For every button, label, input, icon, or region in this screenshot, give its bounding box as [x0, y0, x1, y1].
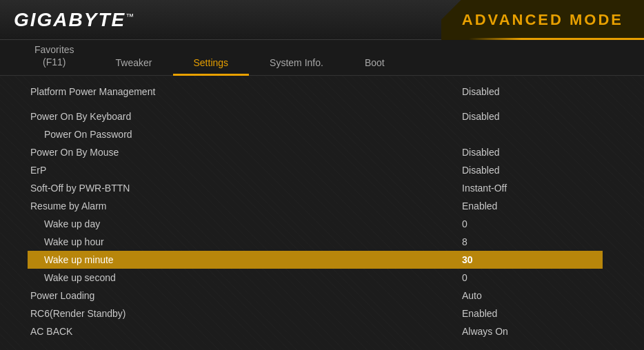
advanced-mode-text: ADVANCED MODE: [462, 11, 623, 29]
setting-label: AC BACK: [30, 326, 462, 337]
setting-value: 30: [462, 254, 600, 265]
setting-label: Soft-Off by PWR-BTTN: [30, 183, 462, 194]
setting-label: Wake up hour: [30, 236, 462, 247]
setting-label: Power On By Keyboard: [30, 111, 462, 122]
settings-row: Wake up hour8: [28, 233, 603, 251]
setting-value: 0: [462, 272, 600, 283]
setting-label: Wake up day: [30, 218, 462, 229]
setting-label: Power On Password: [30, 129, 462, 140]
logo: GIGABYTE™: [14, 9, 135, 31]
setting-label: RC6(Render Standby): [30, 308, 462, 319]
setting-label: Resume by Alarm: [30, 200, 462, 212]
settings-row: Resume by AlarmEnabled: [28, 197, 603, 215]
settings-row: Wake up day0: [28, 215, 603, 233]
tab-boot[interactable]: Boot: [344, 52, 405, 75]
settings-row: RC6(Render Standby)Enabled: [28, 305, 603, 322]
settings-row: Soft-Off by PWR-BTTNInstant-Off: [28, 179, 603, 197]
logo-text: GIGABYTE: [14, 9, 125, 30]
setting-value: Disabled: [462, 111, 600, 122]
settings-row: Power On By KeyboardDisabled: [28, 107, 603, 125]
setting-value: Enabled: [462, 308, 600, 319]
settings-row[interactable]: Wake up minute30: [28, 251, 603, 269]
setting-value: Auto: [462, 290, 600, 301]
tab-tweaker[interactable]: Tweaker: [95, 52, 173, 75]
setting-label: ErP: [30, 165, 462, 176]
setting-label: Power Loading: [30, 290, 462, 301]
settings-row: AC BACKAlways On: [28, 322, 603, 340]
setting-value: Always On: [462, 326, 600, 337]
settings-row: Wake up second0: [28, 269, 603, 287]
settings-row: Power On By MouseDisabled: [28, 143, 603, 161]
nav-bar: Favorites(F11) Tweaker Settings System I…: [0, 40, 644, 76]
setting-label: Power On By Mouse: [30, 147, 462, 158]
setting-value: Disabled: [462, 86, 600, 97]
tab-settings[interactable]: Settings: [173, 52, 250, 75]
settings-row: Power On Password: [28, 125, 603, 143]
setting-value: 0: [462, 218, 600, 229]
setting-value: Enabled: [462, 200, 600, 212]
setting-label: Wake up second: [30, 272, 462, 283]
setting-label: Wake up minute: [30, 254, 462, 265]
settings-row: Platform Power ManagementDisabled: [28, 83, 603, 101]
advanced-mode-badge: ADVANCED MODE: [441, 0, 644, 40]
settings-row: ErPDisabled: [28, 161, 603, 179]
setting-value: Disabled: [462, 165, 600, 176]
header: GIGABYTE™ ADVANCED MODE: [0, 0, 644, 40]
tab-favorites[interactable]: Favorites(F11): [14, 38, 95, 75]
setting-value: Instant-Off: [462, 183, 600, 194]
settings-content: Platform Power ManagementDisabledPower O…: [0, 76, 644, 350]
logo-tm: ™: [125, 11, 135, 21]
setting-value: 8: [462, 236, 600, 247]
tab-system-info[interactable]: System Info.: [249, 52, 344, 75]
setting-label: Platform Power Management: [30, 86, 462, 97]
setting-value: Disabled: [462, 147, 600, 158]
settings-row: Power LoadingAuto: [28, 287, 603, 305]
settings-row: [28, 101, 603, 107]
